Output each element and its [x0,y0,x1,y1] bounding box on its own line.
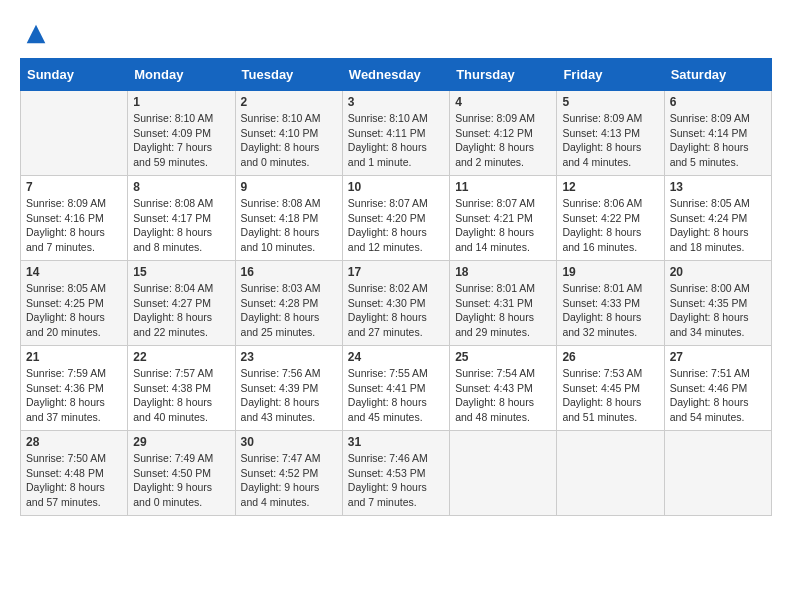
calendar-cell [21,91,128,176]
logo [20,20,52,48]
day-info: Sunrise: 8:05 AMSunset: 4:25 PMDaylight:… [26,281,122,340]
calendar-cell: 15Sunrise: 8:04 AMSunset: 4:27 PMDayligh… [128,261,235,346]
day-number: 23 [241,350,337,364]
day-number: 25 [455,350,551,364]
weekday-header-sunday: Sunday [21,59,128,91]
calendar-cell: 1Sunrise: 8:10 AMSunset: 4:09 PMDaylight… [128,91,235,176]
weekday-header-wednesday: Wednesday [342,59,449,91]
calendar-cell: 18Sunrise: 8:01 AMSunset: 4:31 PMDayligh… [450,261,557,346]
calendar-cell [664,431,771,516]
day-info: Sunrise: 7:47 AMSunset: 4:52 PMDaylight:… [241,451,337,510]
calendar-cell: 11Sunrise: 8:07 AMSunset: 4:21 PMDayligh… [450,176,557,261]
day-info: Sunrise: 7:57 AMSunset: 4:38 PMDaylight:… [133,366,229,425]
calendar-cell: 22Sunrise: 7:57 AMSunset: 4:38 PMDayligh… [128,346,235,431]
day-info: Sunrise: 8:10 AMSunset: 4:09 PMDaylight:… [133,111,229,170]
day-number: 15 [133,265,229,279]
calendar-week-row: 14Sunrise: 8:05 AMSunset: 4:25 PMDayligh… [21,261,772,346]
day-info: Sunrise: 8:02 AMSunset: 4:30 PMDaylight:… [348,281,444,340]
day-info: Sunrise: 7:49 AMSunset: 4:50 PMDaylight:… [133,451,229,510]
calendar-cell: 26Sunrise: 7:53 AMSunset: 4:45 PMDayligh… [557,346,664,431]
day-info: Sunrise: 8:05 AMSunset: 4:24 PMDaylight:… [670,196,766,255]
calendar-cell: 24Sunrise: 7:55 AMSunset: 4:41 PMDayligh… [342,346,449,431]
day-number: 19 [562,265,658,279]
day-number: 22 [133,350,229,364]
day-number: 29 [133,435,229,449]
calendar-cell: 27Sunrise: 7:51 AMSunset: 4:46 PMDayligh… [664,346,771,431]
day-number: 16 [241,265,337,279]
weekday-header-row: SundayMondayTuesdayWednesdayThursdayFrid… [21,59,772,91]
day-info: Sunrise: 8:06 AMSunset: 4:22 PMDaylight:… [562,196,658,255]
day-info: Sunrise: 7:46 AMSunset: 4:53 PMDaylight:… [348,451,444,510]
calendar-cell: 17Sunrise: 8:02 AMSunset: 4:30 PMDayligh… [342,261,449,346]
calendar-table: SundayMondayTuesdayWednesdayThursdayFrid… [20,58,772,516]
day-number: 1 [133,95,229,109]
day-number: 28 [26,435,122,449]
calendar-cell: 14Sunrise: 8:05 AMSunset: 4:25 PMDayligh… [21,261,128,346]
day-info: Sunrise: 8:09 AMSunset: 4:16 PMDaylight:… [26,196,122,255]
calendar-week-row: 7Sunrise: 8:09 AMSunset: 4:16 PMDaylight… [21,176,772,261]
calendar-cell: 23Sunrise: 7:56 AMSunset: 4:39 PMDayligh… [235,346,342,431]
day-number: 8 [133,180,229,194]
day-info: Sunrise: 8:10 AMSunset: 4:11 PMDaylight:… [348,111,444,170]
day-info: Sunrise: 8:01 AMSunset: 4:33 PMDaylight:… [562,281,658,340]
calendar-cell: 25Sunrise: 7:54 AMSunset: 4:43 PMDayligh… [450,346,557,431]
calendar-cell: 9Sunrise: 8:08 AMSunset: 4:18 PMDaylight… [235,176,342,261]
calendar-cell: 8Sunrise: 8:08 AMSunset: 4:17 PMDaylight… [128,176,235,261]
day-info: Sunrise: 8:09 AMSunset: 4:13 PMDaylight:… [562,111,658,170]
day-info: Sunrise: 7:56 AMSunset: 4:39 PMDaylight:… [241,366,337,425]
day-number: 4 [455,95,551,109]
day-number: 6 [670,95,766,109]
calendar-cell: 7Sunrise: 8:09 AMSunset: 4:16 PMDaylight… [21,176,128,261]
day-number: 13 [670,180,766,194]
day-info: Sunrise: 7:50 AMSunset: 4:48 PMDaylight:… [26,451,122,510]
calendar-week-row: 21Sunrise: 7:59 AMSunset: 4:36 PMDayligh… [21,346,772,431]
weekday-header-tuesday: Tuesday [235,59,342,91]
calendar-cell [450,431,557,516]
calendar-cell: 10Sunrise: 8:07 AMSunset: 4:20 PMDayligh… [342,176,449,261]
svg-marker-0 [27,25,46,44]
day-number: 30 [241,435,337,449]
calendar-cell: 6Sunrise: 8:09 AMSunset: 4:14 PMDaylight… [664,91,771,176]
calendar-cell: 29Sunrise: 7:49 AMSunset: 4:50 PMDayligh… [128,431,235,516]
day-info: Sunrise: 7:53 AMSunset: 4:45 PMDaylight:… [562,366,658,425]
day-number: 24 [348,350,444,364]
calendar-cell: 13Sunrise: 8:05 AMSunset: 4:24 PMDayligh… [664,176,771,261]
day-number: 17 [348,265,444,279]
calendar-cell: 2Sunrise: 8:10 AMSunset: 4:10 PMDaylight… [235,91,342,176]
calendar-cell: 4Sunrise: 8:09 AMSunset: 4:12 PMDaylight… [450,91,557,176]
day-number: 21 [26,350,122,364]
day-info: Sunrise: 7:54 AMSunset: 4:43 PMDaylight:… [455,366,551,425]
weekday-header-thursday: Thursday [450,59,557,91]
calendar-cell: 30Sunrise: 7:47 AMSunset: 4:52 PMDayligh… [235,431,342,516]
day-number: 9 [241,180,337,194]
day-number: 26 [562,350,658,364]
calendar-cell: 19Sunrise: 8:01 AMSunset: 4:33 PMDayligh… [557,261,664,346]
day-info: Sunrise: 8:00 AMSunset: 4:35 PMDaylight:… [670,281,766,340]
page-header [20,20,772,48]
day-info: Sunrise: 7:55 AMSunset: 4:41 PMDaylight:… [348,366,444,425]
weekday-header-friday: Friday [557,59,664,91]
day-number: 11 [455,180,551,194]
day-number: 3 [348,95,444,109]
calendar-cell: 21Sunrise: 7:59 AMSunset: 4:36 PMDayligh… [21,346,128,431]
day-number: 14 [26,265,122,279]
day-info: Sunrise: 8:03 AMSunset: 4:28 PMDaylight:… [241,281,337,340]
day-info: Sunrise: 8:09 AMSunset: 4:14 PMDaylight:… [670,111,766,170]
calendar-cell: 20Sunrise: 8:00 AMSunset: 4:35 PMDayligh… [664,261,771,346]
weekday-header-saturday: Saturday [664,59,771,91]
day-info: Sunrise: 8:08 AMSunset: 4:18 PMDaylight:… [241,196,337,255]
day-number: 7 [26,180,122,194]
calendar-cell: 3Sunrise: 8:10 AMSunset: 4:11 PMDaylight… [342,91,449,176]
day-number: 2 [241,95,337,109]
calendar-cell: 12Sunrise: 8:06 AMSunset: 4:22 PMDayligh… [557,176,664,261]
calendar-week-row: 1Sunrise: 8:10 AMSunset: 4:09 PMDaylight… [21,91,772,176]
calendar-cell: 28Sunrise: 7:50 AMSunset: 4:48 PMDayligh… [21,431,128,516]
day-info: Sunrise: 8:10 AMSunset: 4:10 PMDaylight:… [241,111,337,170]
day-info: Sunrise: 8:01 AMSunset: 4:31 PMDaylight:… [455,281,551,340]
calendar-week-row: 28Sunrise: 7:50 AMSunset: 4:48 PMDayligh… [21,431,772,516]
day-info: Sunrise: 8:07 AMSunset: 4:21 PMDaylight:… [455,196,551,255]
day-number: 27 [670,350,766,364]
day-info: Sunrise: 8:09 AMSunset: 4:12 PMDaylight:… [455,111,551,170]
day-number: 12 [562,180,658,194]
calendar-cell: 16Sunrise: 8:03 AMSunset: 4:28 PMDayligh… [235,261,342,346]
